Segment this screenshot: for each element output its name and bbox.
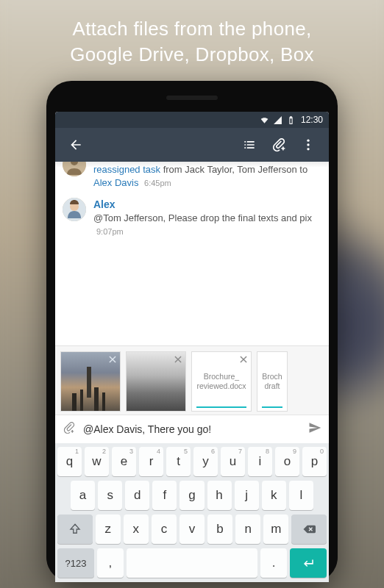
key-q[interactable]: q1 xyxy=(57,447,82,476)
key-p[interactable]: p0 xyxy=(302,447,327,476)
period-key[interactable]: . xyxy=(260,548,287,578)
arrow-left-icon xyxy=(68,137,83,152)
dots-vertical-icon xyxy=(301,137,316,152)
key-j[interactable]: j xyxy=(235,481,259,510)
shift-key[interactable] xyxy=(57,514,93,544)
key-c[interactable]: c xyxy=(152,514,177,544)
key-s[interactable]: s xyxy=(98,481,122,510)
list-button[interactable] xyxy=(235,130,264,159)
svg-point-1 xyxy=(307,144,309,146)
soft-keyboard: q1w2e3r4t5y6u7i8o9p0 asdfghjkl zxcvbnm ?… xyxy=(55,443,329,582)
signal-icon xyxy=(273,115,282,125)
activity-item-reassign: reassigned task from Jack Taylor, Tom Je… xyxy=(55,162,329,193)
key-h[interactable]: h xyxy=(207,481,232,510)
key-n[interactable]: n xyxy=(235,514,260,544)
content-area: reassigned task from Jack Taylor, Tom Je… xyxy=(55,162,329,582)
key-o[interactable]: o9 xyxy=(275,447,299,476)
key-w[interactable]: w2 xyxy=(85,447,109,476)
key-f[interactable]: f xyxy=(152,481,177,510)
key-d[interactable]: d xyxy=(125,481,149,510)
shift-icon xyxy=(68,523,82,536)
send-icon xyxy=(308,421,321,434)
compose-input[interactable]: @Alex Davis, There you go! xyxy=(83,423,301,435)
space-key[interactable] xyxy=(127,548,258,578)
battery-icon xyxy=(286,115,296,125)
send-button[interactable] xyxy=(308,421,321,437)
attachment-image[interactable] xyxy=(60,351,121,412)
phone-frame: 12:30 xyxy=(46,81,338,582)
comma-key[interactable]: , xyxy=(97,548,124,578)
attachment-filename: Brochure_ reviewed.docx xyxy=(196,372,246,391)
key-z[interactable]: z xyxy=(96,514,121,544)
close-icon xyxy=(238,354,249,365)
activity-time: 6:45pm xyxy=(144,179,171,187)
backspace-key[interactable] xyxy=(291,514,327,544)
app-toolbar xyxy=(55,128,329,162)
attachment-image[interactable] xyxy=(126,351,186,412)
enter-key[interactable] xyxy=(290,548,327,578)
commenter-name: Alex xyxy=(93,198,320,212)
activity-item-comment: Alex @Tom Jefferson, Please drop the fin… xyxy=(55,193,329,242)
key-a[interactable]: a xyxy=(71,481,95,510)
paperclip-plus-icon xyxy=(63,421,76,434)
comment-text: @Tom Jefferson, Please drop the final te… xyxy=(93,212,312,223)
promo-headline: Attach files from the phone, Google Driv… xyxy=(0,0,384,75)
activity-action: reassigned task xyxy=(93,164,160,175)
compose-bar: @Alex Davis, There you go! xyxy=(55,415,329,443)
avatar xyxy=(63,198,86,221)
key-e[interactable]: e3 xyxy=(112,447,136,476)
attachment-filename: Broch draft xyxy=(262,372,282,391)
key-i[interactable]: i8 xyxy=(248,447,272,476)
back-button[interactable] xyxy=(61,130,90,159)
attachment-tray: Brochure_ reviewed.docx Broch draft xyxy=(55,345,329,415)
enter-icon xyxy=(302,556,315,570)
remove-attachment-button[interactable] xyxy=(106,353,119,366)
status-bar: 12:30 xyxy=(55,112,329,128)
svg-point-2 xyxy=(307,148,309,150)
attach-button[interactable] xyxy=(264,130,294,159)
comment-time: 9:07pm xyxy=(96,227,124,236)
paperclip-plus-icon xyxy=(271,137,286,152)
key-b[interactable]: b xyxy=(207,514,232,544)
key-v[interactable]: v xyxy=(179,514,205,544)
key-m[interactable]: m xyxy=(263,514,288,544)
attachment-document[interactable]: Broch draft xyxy=(257,351,288,412)
list-icon xyxy=(242,137,257,152)
remove-attachment-button[interactable] xyxy=(171,353,185,366)
close-icon xyxy=(173,354,183,365)
close-icon xyxy=(107,354,118,365)
key-r[interactable]: r4 xyxy=(139,447,163,476)
wifi-icon xyxy=(260,115,269,125)
phone-screen: 12:30 xyxy=(55,112,329,582)
key-k[interactable]: k xyxy=(262,481,286,510)
key-l[interactable]: l xyxy=(289,481,313,510)
symbols-key[interactable]: ?123 xyxy=(57,548,94,578)
key-y[interactable]: y6 xyxy=(193,447,218,476)
key-t[interactable]: t5 xyxy=(166,447,191,476)
key-u[interactable]: u7 xyxy=(221,447,245,476)
key-g[interactable]: g xyxy=(179,481,204,510)
status-time: 12:30 xyxy=(301,115,323,125)
remove-attachment-button[interactable] xyxy=(237,353,250,366)
backspace-icon xyxy=(302,523,316,536)
overflow-button[interactable] xyxy=(294,130,323,159)
compose-attach-button[interactable] xyxy=(63,421,76,437)
svg-point-0 xyxy=(307,140,309,142)
avatar xyxy=(63,162,86,176)
key-x[interactable]: x xyxy=(124,514,149,544)
attachment-document[interactable]: Brochure_ reviewed.docx xyxy=(191,351,252,412)
